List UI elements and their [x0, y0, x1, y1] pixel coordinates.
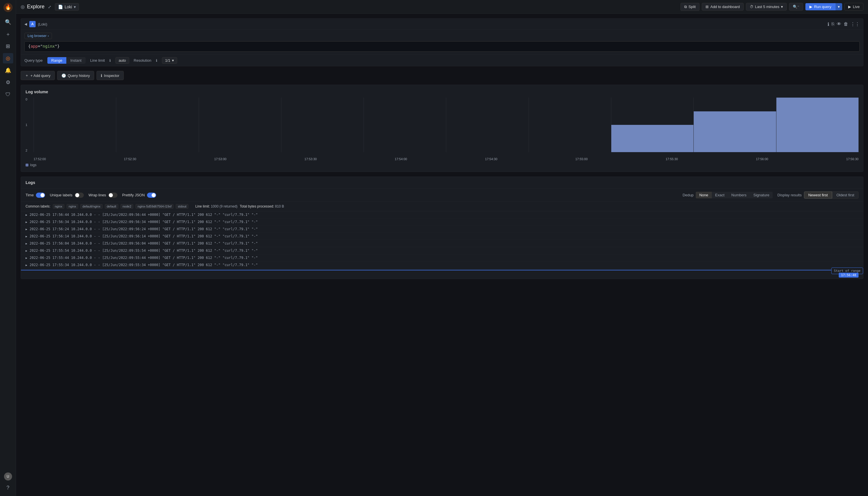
sidebar-item-alerting[interactable]: 🔔 [3, 65, 13, 76]
dedup-none-tab[interactable]: None [696, 192, 712, 198]
y-label-0: 0 [26, 97, 31, 101]
datasource-selector[interactable]: 📄 Loki ▾ [55, 3, 79, 11]
chart-bar[interactable] [776, 97, 858, 152]
sidebar-item-explore[interactable]: ◎ [3, 53, 13, 63]
query-copy-icon[interactable]: ⎘ [832, 21, 834, 27]
tag-nginx2: nginx [67, 204, 78, 209]
x-label: 17:52:00 [34, 157, 46, 161]
share-icon[interactable]: ⤢ [48, 4, 51, 9]
run-query-button[interactable]: ▶ Run query [805, 3, 835, 10]
expand-icon[interactable]: ▶ [26, 235, 27, 238]
app-logo[interactable]: 🔥 [3, 2, 13, 13]
newest-first-tab[interactable]: Newest first [804, 191, 832, 199]
sidebar-item-security[interactable]: 🛡 [3, 89, 13, 99]
topbar: ◎ Explore ⤢ 📄 Loki ▾ ⧉ Split ⊞ Add to da… [16, 0, 868, 14]
expand-icon[interactable]: ▶ [26, 220, 27, 223]
prettify-json-toggle[interactable] [147, 192, 156, 198]
sidebar-item-dashboards[interactable]: ⊞ [3, 41, 13, 51]
run-query-dropdown[interactable]: ▾ [835, 3, 842, 10]
query-info-icon[interactable]: ℹ [827, 21, 829, 27]
content-area: ◀ A (Loki) ℹ ⎘ 👁 🗑 ⋮⋮ Log browser › {app… [16, 14, 868, 496]
legend-dot [26, 164, 28, 167]
time-label: Time [26, 193, 34, 197]
chart-bar[interactable] [694, 111, 776, 152]
line-limit-value[interactable]: auto [115, 57, 129, 64]
x-label: 17:52:30 [124, 157, 136, 161]
wrap-lines-toggle[interactable] [108, 192, 118, 198]
logs-meta: Common labels: nginx nginx default/nginx… [21, 202, 863, 211]
prettify-json-label: Prettify JSON [122, 193, 145, 197]
inspector-button[interactable]: ℹ Inspector [96, 71, 123, 80]
sidebar-item-help[interactable]: ? [3, 482, 13, 493]
log-entry[interactable]: ▶ 2022-06-25 17:56:34 10.244.0.0 - - [25… [21, 218, 863, 226]
resolution-label: Resolution [134, 58, 151, 63]
x-label: 17:55:00 [575, 157, 588, 161]
collapse-button[interactable]: ◀ [25, 22, 27, 26]
expand-icon[interactable]: ▶ [26, 264, 27, 267]
sidebar-item-search[interactable]: 🔍 [3, 17, 13, 27]
sidebar-item-settings[interactable]: ⚙ [3, 77, 13, 88]
chart-bar[interactable] [611, 125, 694, 152]
expand-icon[interactable]: ▶ [26, 256, 27, 260]
query-editor-area: Log browser › {app="nginx"} [21, 30, 863, 55]
chart-bar-group [199, 97, 281, 152]
dashboard-icon: ⊞ [706, 4, 709, 9]
query-type-label: Query type [25, 58, 43, 63]
log-entry[interactable]: ▶ 2022-06-25 17:56:24 10.244.0.0 - - [25… [21, 226, 863, 233]
run-query-group: ▶ Run query ▾ [805, 3, 842, 10]
resolution-value[interactable]: 1/1 ▾ [162, 57, 177, 64]
expand-icon[interactable]: ▶ [26, 242, 27, 245]
x-label: 17:53:00 [214, 157, 227, 161]
dedup-numbers-tab[interactable]: Numbers [728, 192, 750, 198]
sidebar-item-add[interactable]: ＋ [3, 29, 13, 39]
add-to-dashboard-button[interactable]: ⊞ Add to dashboard [702, 3, 744, 11]
log-entry[interactable]: ▶ 2022-06-25 17:56:14 10.244.0.0 - - [25… [21, 233, 863, 240]
log-entry[interactable]: ▶ 2022-06-25 17:56:04 10.244.0.0 - - [25… [21, 240, 863, 247]
log-entry[interactable]: ▶ 2022-06-25 17:55:54 10.244.0.0 - - [25… [21, 247, 863, 254]
oldest-first-tab[interactable]: Oldest first [832, 191, 858, 199]
time-range-button[interactable]: ⏱ Last 5 minutes ▾ [746, 3, 787, 11]
query-input[interactable]: {app="nginx"} [25, 41, 860, 52]
log-entry[interactable]: ▶ 2022-06-25 17:55:34 10.244.0.0 - - [25… [21, 262, 863, 269]
expand-icon[interactable]: ▶ [26, 213, 27, 216]
tag-nginx1: nginx [53, 204, 64, 209]
x-label: 17:54:00 [395, 157, 407, 161]
add-query-button[interactable]: ＋ + Add query [21, 71, 55, 80]
tag-node2: node2 [121, 204, 134, 209]
log-text: 2022-06-25 17:55:44 10.244.0.0 - - [25/J… [30, 256, 858, 260]
clock-icon: ⏱ [750, 4, 754, 9]
live-icon: ▶ [848, 4, 851, 9]
explore-circle-icon: ◎ [21, 4, 25, 10]
log-entry[interactable]: ▶ 2022-06-25 17:56:44 10.244.0.0 - - [25… [21, 211, 863, 218]
split-button[interactable]: ⧉ Split [681, 3, 699, 11]
dedup-signature-tab[interactable]: Signature [750, 192, 773, 198]
time-toggle[interactable] [36, 192, 45, 198]
topbar-actions: ⧉ Split ⊞ Add to dashboard ⏱ Last 5 minu… [681, 3, 864, 11]
zoom-out-button[interactable]: 🔍⁻ [789, 3, 803, 11]
dedup-exact-tab[interactable]: Exact [712, 192, 728, 198]
live-button[interactable]: ▶ Live [844, 3, 864, 11]
log-browser-button[interactable]: Log browser › [25, 33, 52, 39]
instant-tab[interactable]: Instant [66, 57, 86, 64]
chart-bar-group [281, 97, 363, 152]
dedup-label: Dedup [683, 193, 694, 197]
expand-icon[interactable]: ▶ [26, 228, 27, 231]
unique-labels-label: Unique labels [50, 193, 72, 197]
chart-bar-group [776, 97, 858, 152]
query-more-icon[interactable]: ⋮⋮ [851, 21, 860, 27]
chart-yaxis: 2 1 0 [26, 97, 31, 152]
time-chevron-icon: ▾ [781, 4, 783, 9]
unique-labels-toggle[interactable] [75, 192, 84, 198]
query-eye-icon[interactable]: 👁 [837, 21, 841, 27]
split-icon: ⧉ [684, 4, 687, 9]
range-tab[interactable]: Range [47, 57, 66, 64]
log-entry[interactable]: ▶ 2022-06-25 17:55:44 10.244.0.0 - - [25… [21, 254, 863, 262]
wrap-lines-toggle-group: Wrap lines [89, 192, 118, 198]
timestamp-indicator-row: 17:56:48 [21, 272, 863, 279]
query-delete-icon[interactable]: 🗑 [843, 21, 848, 27]
log-text: 2022-06-25 17:55:54 10.244.0.0 - - [25/J… [30, 249, 858, 252]
expand-icon[interactable]: ▶ [26, 249, 27, 252]
query-header-actions: ℹ ⎘ 👁 🗑 ⋮⋮ [827, 21, 860, 27]
query-history-button[interactable]: 🕐 Query history [57, 71, 94, 80]
avatar[interactable]: U [4, 472, 12, 480]
